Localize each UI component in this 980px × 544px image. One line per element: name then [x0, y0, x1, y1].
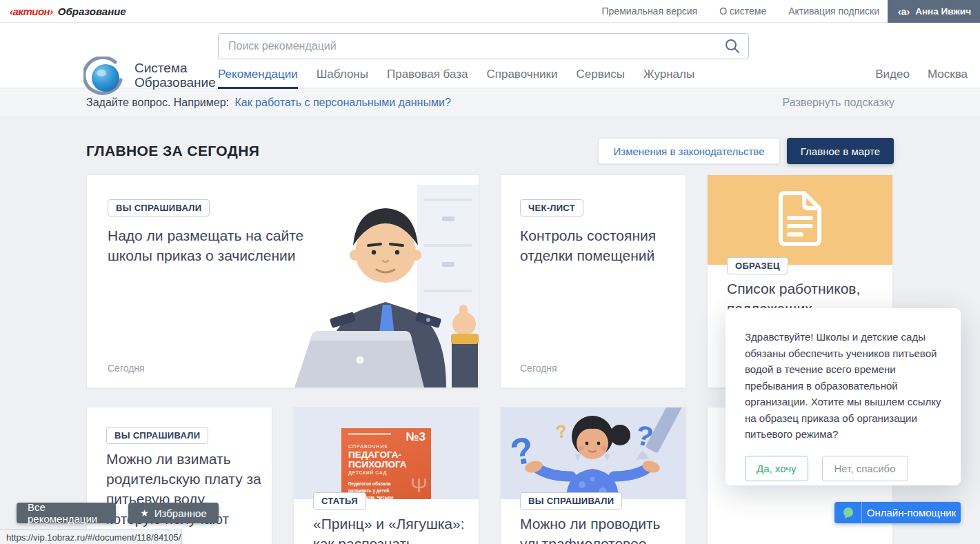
page: ‹актион› Образование Премиальная версия … [0, 0, 980, 544]
sample-card-image [708, 175, 892, 265]
site-logo-text: Система Образование [134, 57, 216, 99]
video-link[interactable]: Видео [875, 68, 910, 81]
topbar-links: Премиальная версия О системе Активация п… [602, 6, 879, 17]
user-name: Анна Ивжич [915, 6, 971, 17]
all-recommendations-button[interactable]: Все рекомендации [17, 503, 116, 523]
page-title: ГЛАВНОЕ ЗА СЕГОДНЯ [86, 143, 259, 159]
aktion-a-icon: ‹а› [898, 6, 910, 17]
magazine-subtitle: ДЕТСКИЙ САД [348, 470, 387, 475]
badge-checklist: ЧЕК-ЛИСТ [520, 199, 583, 216]
badge-article: СТАТЬЯ [313, 492, 366, 510]
topbar: ‹актион› Образование Премиальная версия … [0, 0, 980, 23]
document-icon [772, 189, 828, 251]
tab-recommendations[interactable]: Рекомендации [218, 68, 298, 89]
search-icon[interactable] [724, 38, 741, 57]
magazine-name-1: ПЕДАГОГА- [348, 450, 401, 460]
topbar-link-about[interactable]: О системе [719, 6, 766, 17]
globe-icon [83, 57, 126, 99]
header-right-links: Видео Москва [875, 68, 968, 81]
aktion-logo[interactable]: ‹актион› Образование [10, 6, 126, 17]
assistant-popup: Здравствуйте! Школы и детские сады обяза… [726, 308, 961, 485]
card-title: «Принц» и «Лягушка»: как распознать жизн… [313, 514, 472, 544]
magazine-cover: №3 СПРАВОЧНИК ПЕДАГОГА- ПСИХОЛОГА ДЕТСКИ… [341, 428, 431, 499]
aktion-logo-product: Образование [58, 6, 126, 17]
card-date: Сегодня [108, 363, 145, 374]
hint-example-link[interactable]: Как работать с персональными данными? [234, 97, 450, 108]
aktion-logo-brand: ‹актион› [10, 6, 53, 17]
assistant-popup-buttons: Да, хочу Нет, спасибо [745, 456, 941, 481]
badge-sample: ОБРАЗЕЦ [727, 257, 788, 274]
tab-services[interactable]: Сервисы [576, 68, 624, 89]
search-input[interactable] [218, 33, 749, 59]
site-logo[interactable]: Система Образование [83, 57, 216, 99]
card-parent-fee-water[interactable]: ВЫ СПРАШИВАЛИ Можно ли взимать родительс… [86, 407, 272, 544]
card-title: Можно ли проводить ультрафиолетовое [520, 514, 679, 544]
psi-icon: Ψ [410, 474, 428, 497]
magazine-series: СПРАВОЧНИК [348, 444, 388, 449]
badge-you-asked: ВЫ СПРАШИВАЛИ [106, 427, 208, 444]
tab-legal-base[interactable]: Правовая база [387, 68, 468, 89]
yes-button[interactable]: Да, хочу [745, 456, 808, 481]
badge-you-asked: ВЫ СПРАШИВАЛИ [108, 199, 210, 216]
online-helper-button[interactable]: Онлайн-помощник [834, 502, 961, 523]
card-title: Контроль состояния отделки помещений [520, 225, 668, 265]
no-thanks-button[interactable]: Нет, спасибо [822, 456, 908, 481]
favorites-label: Избранное [154, 507, 207, 519]
favorites-button[interactable]: ★ Избранное [128, 503, 219, 523]
magazine-name-2: ПСИХОЛОГА [348, 460, 407, 470]
site-logo-line2: Образование [134, 75, 216, 90]
magazine-card-image: №3 СПРАВОЧНИК ПЕДАГОГА- ПСИХОЛОГА ДЕТСКИ… [294, 407, 479, 499]
chat-bubble-icon [834, 502, 862, 523]
site-logo-line1: Система [134, 61, 216, 75]
topbar-link-activation[interactable]: Активация подписки [788, 6, 879, 17]
assistant-message: Здравствуйте! Школы и детские сады обяза… [745, 329, 943, 443]
card-date: Сегодня [520, 363, 557, 374]
card-enrollment-order[interactable]: ВЫ СПРАШИВАЛИ Надо ли размещать на сайте… [86, 174, 479, 388]
card-premises-checklist[interactable]: ЧЕК-ЛИСТ Контроль состояния отделки поме… [500, 174, 686, 388]
status-url: https://vip.1obraz.ru/#/document/118/841… [0, 530, 182, 544]
magazine-issue: №3 [406, 430, 426, 444]
tab-handbooks[interactable]: Справочники [486, 68, 557, 89]
tab-templates[interactable]: Шаблоны [317, 68, 368, 89]
card-ultraviolet-question[interactable]: ? ? ? [500, 407, 686, 544]
online-helper-label: Онлайн-помощник [862, 507, 961, 518]
main-nav: Рекомендации Шаблоны Правовая база Справ… [218, 68, 694, 89]
shrugging-woman-image: ? ? ? [501, 407, 686, 499]
card-title: Надо ли размещать на сайте школы приказ … [108, 225, 342, 265]
star-icon: ★ [140, 507, 149, 518]
city-link[interactable]: Москва [928, 68, 968, 81]
tab-journals[interactable]: Журналы [643, 68, 694, 89]
shrugging-woman-illustration: ? ? ? [501, 407, 686, 499]
badge-you-asked: ВЫ СПРАШИВАЛИ [520, 492, 622, 510]
cover-header-line [348, 433, 391, 435]
legislation-changes-button[interactable]: Изменения в законодательстве [598, 138, 780, 164]
main-in-march-button[interactable]: Главное в марте [787, 138, 894, 164]
search-bar [218, 33, 749, 59]
expand-hint-link[interactable]: Развернуть подсказку [783, 97, 894, 109]
header: Система Образование Рекомендации Шаблоны… [0, 23, 980, 88]
user-menu[interactable]: ‹а› Анна Ивжич [888, 0, 980, 23]
inspector-illustration [282, 175, 479, 387]
topbar-link-premium[interactable]: Премиальная версия [602, 6, 698, 17]
card-prince-frog-article[interactable]: №3 СПРАВОЧНИК ПЕДАГОГА- ПСИХОЛОГА ДЕТСКИ… [293, 407, 479, 544]
